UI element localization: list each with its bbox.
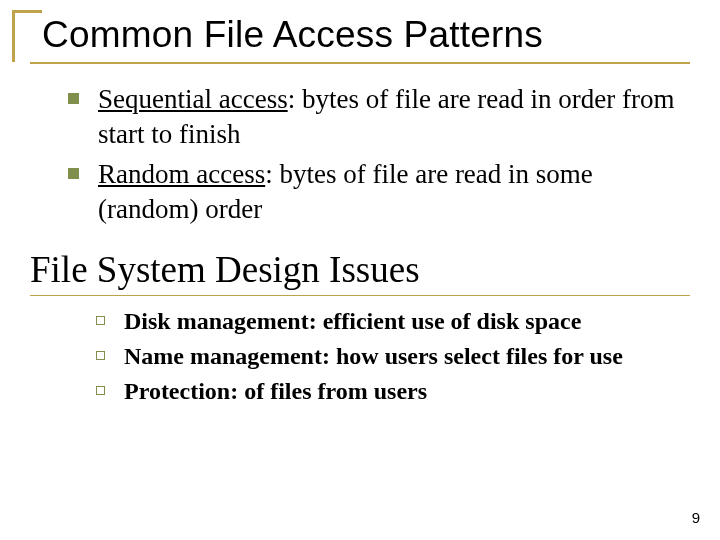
hollow-bullet-icon — [96, 316, 105, 325]
list-item: Protection: of files from users — [96, 376, 690, 407]
page-title: Common File Access Patterns — [32, 14, 690, 56]
square-bullet-icon — [68, 93, 79, 104]
hollow-bullet-icon — [96, 351, 105, 360]
bullet-list-1: Sequential access: bytes of file are rea… — [30, 82, 690, 226]
section-heading: File System Design Issues — [30, 248, 690, 291]
accent-corner — [12, 10, 42, 62]
slide: Common File Access Patterns Sequential a… — [0, 0, 720, 540]
list-text: Disk management: efficient use of disk s… — [124, 308, 581, 334]
square-bullet-icon — [68, 168, 79, 179]
list-item: Sequential access: bytes of file are rea… — [68, 82, 690, 151]
list-text: Name management: how users select files … — [124, 343, 623, 369]
term: Sequential access — [98, 84, 288, 114]
term: Random access — [98, 159, 265, 189]
list-text: Protection: of files from users — [124, 378, 427, 404]
hollow-bullet-icon — [96, 386, 105, 395]
section-rule — [30, 295, 690, 296]
list-item: Random access: bytes of file are read in… — [68, 157, 690, 226]
list-item: Disk management: efficient use of disk s… — [96, 306, 690, 337]
list-item: Name management: how users select files … — [96, 341, 690, 372]
bullet-list-2: Disk management: efficient use of disk s… — [30, 306, 690, 406]
title-rule — [30, 62, 690, 64]
page-number: 9 — [692, 509, 700, 526]
